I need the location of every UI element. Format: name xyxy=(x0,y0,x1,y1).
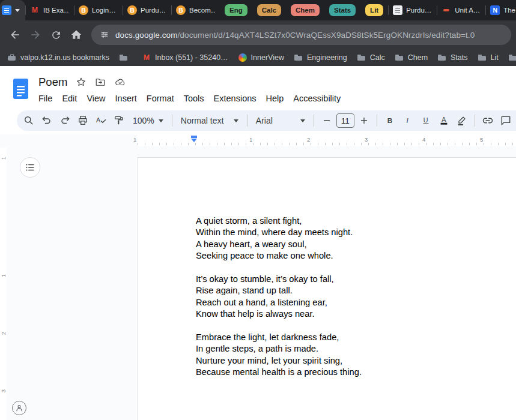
address-bar[interactable]: docs.google.com/document/d/14qAXT4LSZt7x… xyxy=(91,25,511,45)
browser-tab[interactable]: Chem xyxy=(291,4,320,16)
browser-tab[interactable]: Becom… xyxy=(171,0,220,20)
browser-tab[interactable]: Login… xyxy=(74,0,123,20)
ruler-number: 4 xyxy=(422,136,425,143)
menu-item[interactable]: Accessibility xyxy=(293,94,341,103)
docs-header: Poem FileEditViewInsertFormatToolsExtens… xyxy=(0,66,516,134)
bookmark-label: Lit xyxy=(491,53,499,62)
poem-line: Because mental health is a precious thin… xyxy=(196,367,516,378)
bookmark-icon xyxy=(395,53,404,62)
cloud-saved-icon[interactable] xyxy=(114,77,126,88)
browser-tab[interactable]: Lit xyxy=(365,4,383,16)
tab-favicon-icon xyxy=(127,5,137,15)
bookmark-label: Engineering xyxy=(307,53,347,62)
browser-tab[interactable]: Purdu… xyxy=(123,0,171,20)
star-icon[interactable] xyxy=(76,77,87,88)
bookmark-label: Chem xyxy=(408,53,428,62)
highlight-color-button[interactable] xyxy=(454,113,470,128)
redo-button[interactable] xyxy=(56,113,73,128)
bookmark-item[interactable]: Calc xyxy=(357,53,385,62)
ruler-number: 2 xyxy=(0,330,7,337)
menu-item[interactable]: Help xyxy=(266,94,284,103)
paint-format-button[interactable] xyxy=(111,113,127,128)
move-folder-icon[interactable] xyxy=(95,77,106,88)
bookmark-item[interactable]: Lit xyxy=(478,53,499,62)
browser-tab[interactable]: IB Exa… xyxy=(25,0,74,20)
poem-line xyxy=(196,262,516,274)
home-button[interactable] xyxy=(66,25,87,45)
increase-font-size-button[interactable] xyxy=(356,113,372,128)
menu-item[interactable]: File xyxy=(38,94,52,103)
tab-label: Becom… xyxy=(189,7,215,14)
print-button[interactable] xyxy=(74,113,91,128)
reload-button[interactable] xyxy=(46,25,66,45)
paint-format-icon xyxy=(113,115,125,127)
text-color-icon: A xyxy=(438,115,450,127)
bookmark-icon xyxy=(478,53,487,62)
tab-label: Chem xyxy=(296,7,315,14)
bookmark-item[interactable] xyxy=(508,53,516,62)
svg-text:I: I xyxy=(406,116,408,124)
toolbar-divider xyxy=(247,115,247,127)
menu-item[interactable]: Extensions xyxy=(214,94,256,103)
document-title[interactable]: Poem xyxy=(38,76,67,89)
back-button[interactable] xyxy=(5,25,25,45)
forward-button[interactable] xyxy=(25,25,46,45)
bookmark-item[interactable]: Stats xyxy=(437,53,468,62)
tab-strip: IB Exa… Login… Purdu… Becom… Eng xyxy=(0,0,516,20)
site-info-icon[interactable] xyxy=(100,30,109,40)
menu-item[interactable]: Edit xyxy=(62,94,77,103)
active-tab[interactable] xyxy=(0,0,25,20)
chevron-down-icon xyxy=(300,119,305,122)
spelling-check-button[interactable]: A xyxy=(93,113,109,128)
bookmark-icon xyxy=(119,53,129,62)
bookmark-icon xyxy=(508,53,516,62)
browser-tab[interactable]: Calc xyxy=(257,4,281,16)
person-icon xyxy=(15,404,23,412)
bookmark-item[interactable]: Chem xyxy=(395,53,428,62)
font-size-input[interactable]: 11 xyxy=(336,113,354,128)
menu-item[interactable]: View xyxy=(87,94,105,103)
title-row: Poem xyxy=(38,74,516,90)
toolbar-divider xyxy=(314,115,314,127)
underline-icon: U xyxy=(420,115,432,127)
decrease-font-size-button[interactable] xyxy=(318,113,335,128)
first-line-indent-marker[interactable] xyxy=(191,136,197,138)
text-color-button[interactable]: A xyxy=(436,113,452,128)
poem-line: In gentle steps, a path is made. xyxy=(196,343,516,355)
zoom-value: 100% xyxy=(133,116,154,125)
paragraph-style-select[interactable]: Normal text xyxy=(177,113,243,128)
bold-button[interactable]: B xyxy=(381,113,398,128)
left-indent-marker[interactable] xyxy=(191,139,197,142)
document-page[interactable]: A quiet storm, a silent fight,Within the… xyxy=(138,157,516,420)
indent-marker[interactable] xyxy=(190,136,198,142)
undo-button[interactable] xyxy=(38,113,55,128)
poem-line: It’s okay to stumble, it’s okay to fall, xyxy=(196,274,516,285)
bookmark-item[interactable]: Engineering xyxy=(294,53,347,62)
accessibility-button[interactable] xyxy=(12,401,26,415)
chevron-down-icon xyxy=(234,119,238,122)
zoom-select[interactable]: 100% xyxy=(129,113,168,128)
browser-tab[interactable]: Stats xyxy=(329,4,356,16)
menu-item[interactable]: Format xyxy=(147,94,174,103)
italic-button[interactable]: I xyxy=(399,113,416,128)
search-menus-button[interactable] xyxy=(20,113,37,128)
insert-link-button[interactable] xyxy=(479,113,496,128)
tab-favicon-icon xyxy=(442,5,451,15)
font-select[interactable]: Arial xyxy=(252,113,309,128)
browser-tab[interactable]: Eng xyxy=(225,4,247,16)
menu-item[interactable]: Insert xyxy=(115,94,137,103)
underline-button[interactable]: U xyxy=(417,113,434,128)
bookmark-item[interactable]: Inbox (551) - 35240… xyxy=(142,53,228,62)
google-docs-icon[interactable] xyxy=(13,78,29,100)
browser-tab[interactable]: Purdu… xyxy=(388,0,437,20)
chevron-down-icon xyxy=(15,9,20,12)
bookmark-item[interactable] xyxy=(119,53,132,62)
bookmark-item[interactable]: valpo.k12.in.us bookmarks xyxy=(7,53,109,62)
bookmark-item[interactable]: InnerView xyxy=(238,53,284,62)
browser-tab[interactable]: The Bi… xyxy=(485,0,516,20)
browser-tab[interactable]: Unit A… xyxy=(437,0,485,20)
show-outline-button[interactable] xyxy=(20,157,40,178)
svg-text:U: U xyxy=(423,116,428,124)
menu-item[interactable]: Tools xyxy=(184,94,204,103)
add-comment-button[interactable] xyxy=(497,113,514,128)
